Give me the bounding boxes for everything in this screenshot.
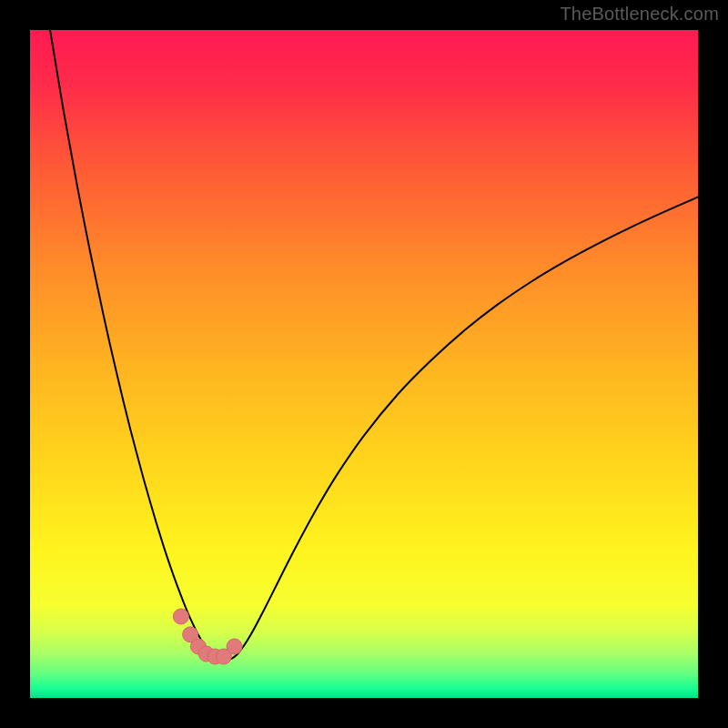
- watermark-text: TheBottleneck.com: [560, 4, 719, 25]
- chart-frame: TheBottleneck.com: [0, 0, 728, 728]
- data-marker: [227, 639, 242, 654]
- gradient-background: [30, 30, 698, 698]
- plot-area: [30, 30, 698, 698]
- bottleneck-chart: [30, 30, 698, 698]
- data-marker: [173, 609, 188, 624]
